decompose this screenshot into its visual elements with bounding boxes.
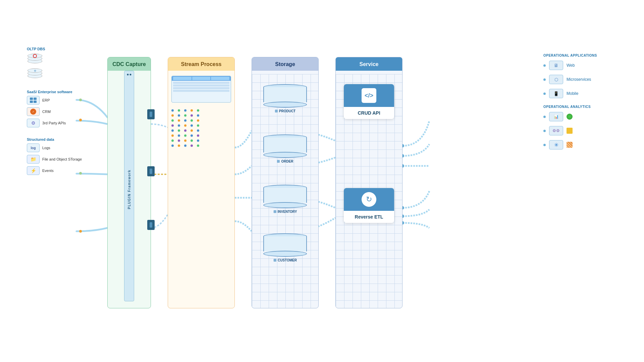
- cdc-column: CDC Capture PLUGIN Framework: [107, 57, 151, 308]
- thirdparty-label: 3rd Party APIs: [42, 121, 66, 125]
- crud-api-label: CRUD API: [344, 107, 394, 119]
- source-item-3rdparty: ⚙ 3rd Party APIs: [27, 119, 97, 127]
- customer-table: ⊞ CUSTOMER: [263, 233, 307, 262]
- source-item-events: ⚡ Events: [27, 166, 97, 175]
- operational-analytics-label: OPERATIONAL ANALYTICS: [543, 105, 617, 109]
- stream-column: Stream Process: [168, 57, 235, 308]
- source-item-mysql: ⚙: [27, 68, 97, 80]
- microservices-label: Microservices: [567, 77, 591, 82]
- source-item-erp: ERP: [27, 96, 97, 105]
- cdc-header: CDC Capture: [108, 57, 151, 71]
- web-label: Web: [567, 63, 575, 68]
- erp-label: ERP: [42, 98, 50, 102]
- operational-apps-label: OPERATIONAL APPLICATIONS: [543, 54, 617, 57]
- right-item-analytics1: 📊: [543, 112, 617, 121]
- crm-label: CRM: [42, 110, 51, 114]
- reverse-etl-label: Reverse ETL: [344, 211, 394, 223]
- source-item-filestorage: 📁 File and Object STorage: [27, 155, 97, 164]
- right-item-microservices: ⬡ Microservices: [543, 75, 617, 84]
- oltp-label: OLTP DBS: [27, 47, 97, 51]
- mobile-label: Mobile: [567, 91, 578, 96]
- source-group-oltp: OLTP DBS ⚙: [27, 47, 97, 80]
- source-item-crm: ✓ CRM: [27, 107, 97, 116]
- logs-label: Logs: [42, 146, 50, 150]
- architecture-diagram: OLTP DBS ⚙: [27, 27, 617, 335]
- inventory-table: ⊞ INVENTORY: [263, 185, 307, 214]
- source-item-oracle: [27, 53, 97, 65]
- events-label: Events: [42, 169, 54, 173]
- order-table: ⊞ ORDER: [263, 134, 307, 164]
- source-group-saas: SaaS/ Enterprise software ERP ✓: [27, 90, 97, 127]
- source-item-logs: log Logs: [27, 143, 97, 152]
- reverse-etl-card: ↻ Reverse ETL: [344, 188, 394, 223]
- source-group-structured: Structured data log Logs 📁 File and Obje…: [27, 137, 97, 175]
- structured-label: Structured data: [27, 137, 97, 141]
- product-table: ⊞ PRODUCT: [263, 84, 307, 113]
- customer-label: ⊞ CUSTOMER: [263, 258, 307, 262]
- inventory-label: ⊞ INVENTORY: [263, 209, 307, 214]
- right-item-mobile: 📱 Mobile: [543, 89, 617, 98]
- right-item-analytics2: ⚙⚙: [543, 126, 617, 135]
- storage-header: Storage: [252, 57, 318, 71]
- right-applications: OPERATIONAL APPLICATIONS 🖥 Web ⬡ Microse…: [543, 54, 617, 154]
- right-item-analytics3: ✳: [543, 140, 617, 149]
- crud-api-card: </> CRUD API: [344, 84, 394, 119]
- order-label: ⊞ ORDER: [263, 159, 307, 164]
- service-header: Service: [336, 57, 402, 71]
- stream-header: Stream Process: [168, 57, 234, 71]
- right-item-web: 🖥 Web: [543, 61, 617, 70]
- svg-point-13: [79, 230, 82, 233]
- service-column: Service </> CRUD API ↻ Reverse ETL: [335, 57, 402, 308]
- product-label: ⊞ PRODUCT: [263, 109, 307, 113]
- sources-panel: OLTP DBS ⚙: [27, 47, 97, 181]
- storage-column: Storage ⊞ PRODUCT ⊞ ORDER: [252, 57, 319, 308]
- filestorage-label: File and Object STorage: [42, 157, 82, 161]
- saas-label: SaaS/ Enterprise software: [27, 90, 97, 94]
- plugin-fw-label: PLUGIN Framework: [127, 170, 131, 209]
